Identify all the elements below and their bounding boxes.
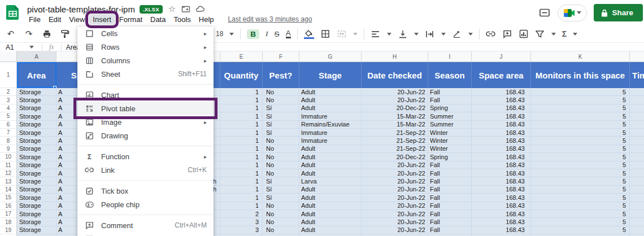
cell-qty-row6[interactable]: 1 bbox=[220, 121, 263, 129]
cell-space_area-row5[interactable]: 168.43 bbox=[472, 112, 531, 120]
cell-qty-row7[interactable]: 1 bbox=[220, 129, 263, 137]
cell-space_area-row6[interactable]: 168.43 bbox=[472, 121, 531, 129]
menubar-item-edit[interactable]: Edit bbox=[45, 14, 65, 25]
table-header-date[interactable]: Date checked bbox=[362, 62, 428, 88]
cell-stage-row5[interactable]: Immature bbox=[299, 112, 362, 120]
cell-season-row19[interactable]: Fall bbox=[428, 226, 472, 234]
cell-area-row13[interactable]: Storage bbox=[17, 177, 56, 185]
row-header-8[interactable]: 8 bbox=[0, 137, 17, 145]
cell-stage-row8[interactable]: Immature bbox=[299, 137, 362, 145]
cell-date-row14[interactable]: 20-Jun-22 bbox=[362, 186, 428, 194]
cell-qty-row17[interactable]: 2 bbox=[220, 210, 263, 218]
column-header-H[interactable]: H bbox=[362, 51, 428, 62]
cell-date-row4[interactable]: 20-Dec-22 bbox=[362, 104, 428, 112]
cell-area-row11[interactable]: Storage bbox=[17, 161, 56, 169]
cell-date-row16[interactable]: 20-Jun-22 bbox=[362, 202, 428, 210]
row-header-17[interactable]: 17 bbox=[0, 210, 17, 218]
cell-season-row17[interactable]: Fall bbox=[428, 210, 472, 218]
cell-monitors-row16[interactable]: 5 bbox=[531, 202, 630, 210]
merge-cells-caret[interactable] bbox=[353, 33, 358, 36]
cell-stage-row10[interactable]: Adult bbox=[299, 153, 362, 161]
text-rotation-button[interactable] bbox=[452, 29, 462, 39]
cell-monitors-row19[interactable]: 5 bbox=[531, 226, 630, 234]
cell-space_area-row15[interactable]: 168.43 bbox=[472, 194, 531, 202]
cell-tim-row6[interactable] bbox=[630, 121, 644, 129]
horizontal-align-button[interactable] bbox=[371, 29, 381, 39]
text-wrap-button[interactable] bbox=[425, 29, 435, 39]
cell-pest-row17[interactable]: No bbox=[263, 210, 299, 218]
cell-space_area-row18[interactable]: 168.43 bbox=[472, 218, 531, 226]
cell-season-row13[interactable]: Fall bbox=[428, 177, 472, 185]
cell-qty-row5[interactable]: 1 bbox=[220, 112, 263, 120]
cell-tim-row7[interactable] bbox=[630, 129, 644, 137]
row-header-16[interactable]: 16 bbox=[0, 202, 17, 210]
cell-season-row8[interactable]: Winter bbox=[428, 137, 472, 145]
text-color-button[interactable]: A bbox=[286, 30, 291, 38]
sheets-logo[interactable] bbox=[5, 5, 20, 20]
font-size-select[interactable]: 18 bbox=[216, 30, 223, 38]
cell-monitors-row2[interactable]: 5 bbox=[531, 88, 630, 96]
menubar-item-format[interactable]: Format bbox=[115, 14, 146, 25]
menu-item-tick-box[interactable]: Tick box bbox=[77, 184, 214, 198]
menu-item-pivot-table[interactable]: Pivot table bbox=[77, 102, 214, 115]
cell-tim-row16[interactable] bbox=[630, 202, 644, 210]
cell-tim-row18[interactable] bbox=[630, 218, 644, 226]
star-icon[interactable]: ☆ bbox=[167, 5, 177, 14]
cell-pest-row7[interactable]: Sí bbox=[263, 129, 299, 137]
cell-season-row15[interactable]: Fall bbox=[428, 194, 472, 202]
insert-link-button[interactable] bbox=[486, 29, 496, 39]
column-header-G[interactable]: G bbox=[299, 51, 362, 62]
column-header-J[interactable]: J bbox=[472, 51, 531, 62]
cell-qty-row3[interactable]: 1 bbox=[220, 96, 263, 104]
cell-qty-row9[interactable]: 1 bbox=[220, 145, 263, 153]
cell-space_area-row8[interactable]: 168.43 bbox=[472, 137, 531, 145]
row-header-3[interactable]: 3 bbox=[0, 96, 17, 104]
menu-item-partial[interactable] bbox=[77, 232, 214, 236]
cell-date-row19[interactable]: 20-Jun-22 bbox=[362, 226, 428, 234]
menu-item-link[interactable]: LinkCtrl+K bbox=[77, 163, 214, 177]
print-button[interactable] bbox=[42, 29, 52, 39]
meet-button[interactable] bbox=[558, 5, 587, 21]
cell-stage-row19[interactable]: Adult bbox=[299, 226, 362, 234]
cell-date-row18[interactable]: 20-Jun-22 bbox=[362, 218, 428, 226]
cell-date-row13[interactable]: 20-Jun-22 bbox=[362, 177, 428, 185]
cell-stage-row9[interactable]: Adult bbox=[299, 145, 362, 153]
cell-season-row3[interactable]: Fall bbox=[428, 96, 472, 104]
text-rotation-caret[interactable] bbox=[468, 33, 473, 36]
cell-qty-row16[interactable]: 1 bbox=[220, 202, 263, 210]
table-header-pest[interactable]: Pest? bbox=[263, 62, 299, 88]
cell-date-row11[interactable]: 20-Jun-22 bbox=[362, 161, 428, 169]
cell-area-row6[interactable]: Storage bbox=[17, 121, 56, 129]
cell-area-row2[interactable]: Storage bbox=[17, 88, 56, 96]
italic-button[interactable]: I bbox=[266, 29, 268, 38]
menu-item-people-chip[interactable]: People chip bbox=[77, 198, 214, 211]
cell-tim-row14[interactable] bbox=[630, 186, 644, 194]
cell-qty-row18[interactable]: 3 bbox=[220, 218, 263, 226]
table-header-space_area[interactable]: Space area bbox=[472, 62, 531, 88]
cell-area-row7[interactable]: Storage bbox=[17, 129, 56, 137]
cell-space_area-row9[interactable]: 168.43 bbox=[472, 145, 531, 153]
cell-date-row17[interactable]: 20-Jun-22 bbox=[362, 210, 428, 218]
cell-area-row19[interactable]: Storage bbox=[17, 226, 56, 234]
menu-item-comment[interactable]: CommentCtrl+Alt+M bbox=[77, 218, 214, 232]
cell-season-row16[interactable]: Fall bbox=[428, 202, 472, 210]
table-header-area[interactable]: Area bbox=[17, 62, 56, 88]
cell-monitors-row14[interactable]: 5 bbox=[531, 186, 630, 194]
cell-stage-row2[interactable]: Adult bbox=[299, 88, 362, 96]
font-size-caret[interactable] bbox=[229, 33, 234, 36]
cell-qty-row10[interactable]: 1 bbox=[220, 153, 263, 161]
column-header-K[interactable]: K bbox=[531, 51, 630, 62]
cell-tim-row12[interactable] bbox=[630, 169, 644, 177]
cell-monitors-row12[interactable]: 5 bbox=[531, 169, 630, 177]
cell-tim-row11[interactable] bbox=[630, 161, 644, 169]
insert-comment-button[interactable] bbox=[502, 29, 512, 39]
cell-monitors-row17[interactable]: 5 bbox=[531, 210, 630, 218]
cell-pest-row14[interactable]: Sí bbox=[263, 186, 299, 194]
cell-area-row16[interactable]: Storage bbox=[17, 202, 56, 210]
table-header-monitors[interactable]: Monitors in this space bbox=[531, 62, 630, 88]
menu-item-cells[interactable]: Cells▸ bbox=[77, 27, 214, 40]
cell-space_area-row4[interactable]: 168.43 bbox=[472, 104, 531, 112]
cell-tim-row19[interactable] bbox=[630, 226, 644, 234]
fill-color-button[interactable] bbox=[304, 29, 314, 39]
cell-pest-row13[interactable]: Sí bbox=[263, 177, 299, 185]
